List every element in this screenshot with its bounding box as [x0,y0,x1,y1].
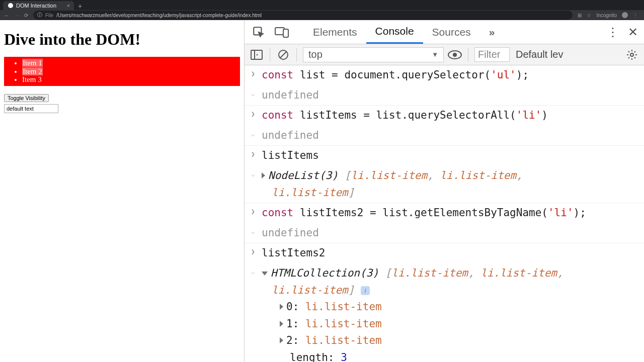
devtools-tabbar: Elements Console Sources » ⋮ ✕ [245,20,644,44]
console-output-line: undefined [262,225,644,242]
file-icon: ⓘ [37,12,42,19]
console-output[interactable]: ❯ const list = document.querySelector('u… [245,65,644,362]
input-chevron-icon: ❯ [251,69,255,84]
extensions-icon[interactable]: ⊞ [578,13,582,18]
input-chevron-icon: ❯ [251,149,255,164]
tab-overflow-icon[interactable]: » [480,20,504,44]
console-input-line: const listItems = list.querySelectorAll(… [262,107,644,124]
toggle-visibility-button[interactable]: Toggle Visibility [4,94,49,102]
list-container: Item 1 Item 2 Item 3 [4,57,240,86]
star-icon[interactable]: ☆ [587,13,591,18]
url-prefix: File [45,13,53,18]
chevron-down-icon: ▼ [432,51,438,58]
menu-icon[interactable]: ⋮ [633,13,638,18]
console-input-line: listItems2 [262,245,644,262]
device-toolbar-icon[interactable] [274,24,290,40]
context-label: top [308,49,323,60]
info-badge-icon[interactable]: i [361,286,370,295]
url-field[interactable]: ⓘ File /Users/mschwarzmueller/developmen… [33,11,573,20]
incognito-label: Incognito [596,13,617,18]
new-tab-button[interactable]: + [74,2,86,10]
expand-triangle-icon[interactable] [262,172,265,178]
live-expression-icon[interactable] [448,48,462,62]
svg-point-9 [630,53,633,56]
clear-console-icon[interactable] [276,48,290,62]
output-chevron-icon: ⌵ [251,129,255,144]
browser-chrome: DOM Interaction × + ← → ⟳ ⓘ File /Users/… [0,0,644,20]
log-level-select[interactable]: Default lev [514,49,566,60]
forward-icon[interactable]: → [14,13,19,18]
object-entry[interactable]: 1: li.list-item [280,316,639,333]
devtools-panel: Elements Console Sources » ⋮ ✕ top ▼ [245,20,644,362]
sidebar-toggle-icon[interactable] [250,48,264,62]
favicon-icon [8,3,13,8]
console-input-line: listItems [262,147,644,164]
console-toolbar: top ▼ Filter Default lev [245,44,644,65]
close-devtools-icon[interactable]: ✕ [628,25,638,39]
console-output-line: undefined [262,87,644,104]
tab-sources[interactable]: Sources [423,20,480,44]
tab-elements[interactable]: Elements [304,20,366,44]
kebab-menu-icon[interactable]: ⋮ [607,25,619,39]
object-entry[interactable]: 2: li.list-item [280,332,639,349]
output-chevron-icon: ⌵ [251,169,255,201]
list-item: Item 2 [22,67,238,76]
input-chevron-icon: ❯ [251,109,255,124]
expand-triangle-down-icon[interactable] [262,272,268,276]
expand-triangle-icon[interactable] [280,337,283,343]
url-text: /Users/mschwarzmueller/development/teach… [56,13,262,18]
console-output-object[interactable]: HTMLCollection(3) [li.list-item, li.list… [262,265,644,362]
svg-point-8 [453,53,457,57]
svg-rect-2 [283,29,288,37]
output-chevron-icon: ⌵ [251,227,255,242]
svg-line-6 [280,52,286,58]
back-icon[interactable]: ← [4,13,9,18]
inspect-element-icon[interactable] [251,24,267,40]
console-input-line: const listItems2 = list.getElementsByTag… [262,205,644,222]
address-bar: ← → ⟳ ⓘ File /Users/mschwarzmueller/deve… [0,10,644,20]
output-chevron-icon: ⌵ [251,89,255,104]
execution-context-select[interactable]: top ▼ [303,47,444,62]
incognito-icon[interactable] [622,12,628,18]
reload-icon[interactable]: ⟳ [24,13,28,18]
input-chevron-icon: ❯ [251,247,255,262]
list-item: Item 3 [22,75,238,84]
browser-tab[interactable]: DOM Interaction × [3,1,74,10]
item-list: Item 1 Item 2 Item 3 [6,59,238,84]
expand-triangle-icon[interactable] [280,321,283,327]
close-tab-icon[interactable]: × [67,3,70,9]
console-settings-icon[interactable] [625,48,639,62]
console-output-line: undefined [262,127,644,144]
output-chevron-icon: ⌵ [251,267,255,362]
tab-console[interactable]: Console [366,20,423,44]
expand-triangle-icon[interactable] [280,304,283,310]
list-item: Item 1 [22,59,238,67]
object-entry[interactable]: 0: li.list-item [280,299,639,316]
text-input[interactable] [4,104,58,113]
object-entry: length: 3 [280,349,639,362]
filter-input[interactable]: Filter [474,47,510,62]
tab-title: DOM Interaction [16,3,56,9]
page-content: Dive into the DOM! Item 1 Item 2 Item 3 … [0,20,245,362]
tab-bar: DOM Interaction × + [0,0,644,10]
console-input-line: const list = document.querySelector('ul'… [262,67,644,84]
page-heading: Dive into the DOM! [4,30,240,49]
input-chevron-icon: ❯ [251,207,255,222]
console-output-object[interactable]: NodeList(3) [li.list-item, li.list-item,… [262,167,644,201]
